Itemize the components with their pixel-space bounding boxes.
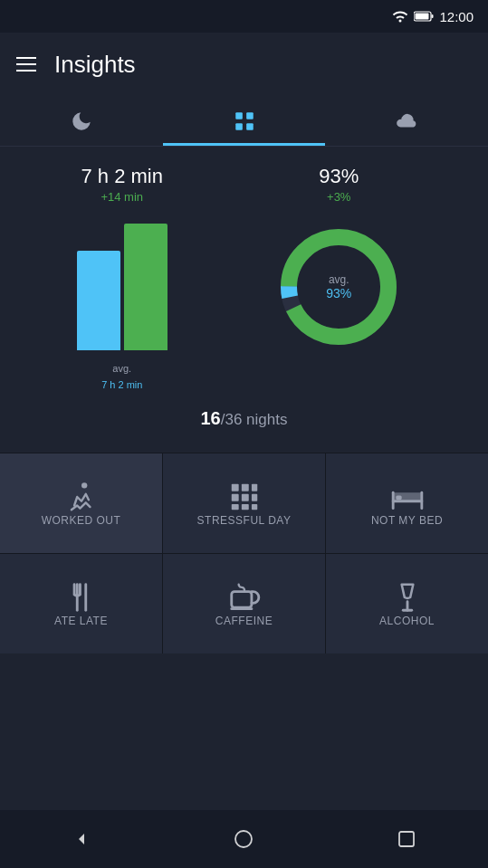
nav-back-button[interactable] — [54, 812, 109, 866]
bar-avg-value: 7 h 2 min — [101, 379, 142, 390]
tag-stressful-day-label: STRESSFUL DAY — [197, 514, 292, 527]
svg-rect-18 — [231, 504, 238, 510]
wine-icon — [390, 580, 425, 615]
tag-caffeine[interactable]: CAFFEINE — [163, 554, 325, 653]
donut-avg-text: avg. — [326, 273, 351, 286]
nav-recent-button[interactable] — [379, 812, 434, 866]
svg-rect-7 — [246, 123, 254, 130]
donut-chart-change: +3% — [327, 190, 350, 204]
svg-marker-28 — [79, 834, 84, 844]
svg-rect-19 — [241, 504, 248, 510]
running-icon — [64, 480, 99, 514]
svg-point-29 — [235, 831, 252, 847]
tag-not-my-bed-label: NOT MY BED — [371, 514, 443, 527]
svg-rect-12 — [231, 484, 238, 491]
bar-item-1 — [77, 251, 120, 350]
bar-green — [124, 224, 167, 350]
night-current: 16 — [201, 408, 221, 428]
bar-chart-title: 7 h 2 min — [81, 165, 164, 188]
donut-chart-title: 93% — [319, 165, 359, 188]
bar-item-2 — [124, 224, 167, 350]
svg-rect-5 — [246, 112, 254, 119]
tags-grid: WORKED OUT STRESSFUL DAY NOT MY BED — [0, 453, 488, 653]
tab-sleep[interactable] — [0, 96, 163, 146]
nav-home-button[interactable] — [216, 812, 271, 866]
svg-rect-20 — [251, 504, 256, 510]
svg-rect-4 — [235, 112, 243, 119]
tag-alcohol[interactable]: ALCOHOL — [326, 554, 488, 653]
night-counter: 16/36 nights — [9, 408, 479, 429]
cloud-icon — [395, 110, 418, 133]
tab-weather[interactable] — [325, 96, 488, 146]
back-icon — [71, 828, 92, 850]
svg-rect-17 — [251, 494, 256, 501]
tag-caffeine-label: CAFFEINE — [215, 615, 273, 627]
svg-rect-30 — [399, 832, 414, 846]
tag-stressful-day[interactable]: STRESSFUL DAY — [163, 453, 325, 553]
donut-avg-value: 93% — [326, 286, 351, 300]
bar-chart — [77, 215, 167, 350]
coffee-icon — [227, 580, 262, 615]
bed-icon — [390, 480, 425, 514]
tag-not-my-bed[interactable]: NOT MY BED — [326, 453, 488, 553]
tag-alcohol-label: ALCOHOL — [379, 615, 435, 627]
grid-icon — [233, 110, 256, 133]
status-bar: 12:00 — [0, 0, 488, 33]
utensils-icon — [64, 580, 99, 615]
bar-avg-text: avg. — [101, 363, 142, 374]
night-total: /36 nights — [221, 411, 288, 428]
building-icon — [227, 480, 262, 514]
status-time: 12:00 — [439, 9, 474, 24]
svg-rect-16 — [241, 494, 248, 501]
main-content: 7 h 2 min +14 min avg. 7 h 2 min 93% +3% — [0, 147, 488, 453]
home-circle-icon — [233, 828, 254, 850]
svg-rect-6 — [235, 123, 243, 130]
svg-rect-2 — [432, 14, 434, 18]
svg-rect-15 — [231, 494, 238, 501]
svg-rect-24 — [231, 592, 251, 607]
bar-blue — [77, 251, 120, 350]
moon-icon — [70, 110, 93, 133]
bar-chart-change: +14 min — [100, 190, 143, 204]
tag-ate-late-label: ATE LATE — [54, 615, 108, 627]
donut-chart-section: 93% +3% avg. 93% — [266, 165, 411, 359]
tag-ate-late[interactable]: ATE LATE — [0, 554, 162, 653]
status-icons: 12:00 — [392, 9, 474, 24]
wifi-icon — [392, 10, 408, 23]
svg-rect-14 — [251, 484, 256, 491]
donut-container: avg. 93% — [266, 215, 411, 359]
battery-icon — [414, 11, 434, 22]
tag-worked-out[interactable]: WORKED OUT — [0, 453, 162, 553]
svg-rect-13 — [241, 484, 248, 491]
tabs — [0, 96, 488, 147]
tag-worked-out-label: WORKED OUT — [42, 514, 121, 527]
bar-chart-section: 7 h 2 min +14 min avg. 7 h 2 min — [77, 165, 167, 390]
bar-avg-label: avg. 7 h 2 min — [101, 358, 142, 390]
header: Insights — [0, 33, 488, 96]
donut-label: avg. 93% — [326, 273, 351, 300]
bottom-nav — [0, 810, 488, 868]
hamburger-menu-icon[interactable] — [16, 57, 36, 72]
svg-point-0 — [399, 20, 402, 23]
svg-point-11 — [81, 482, 87, 488]
svg-rect-21 — [396, 495, 401, 500]
page-title: Insights — [54, 51, 136, 79]
recent-square-icon — [396, 828, 417, 850]
tab-grid[interactable] — [163, 96, 326, 146]
svg-rect-3 — [416, 14, 429, 20]
charts-row: 7 h 2 min +14 min avg. 7 h 2 min 93% +3% — [9, 165, 479, 390]
